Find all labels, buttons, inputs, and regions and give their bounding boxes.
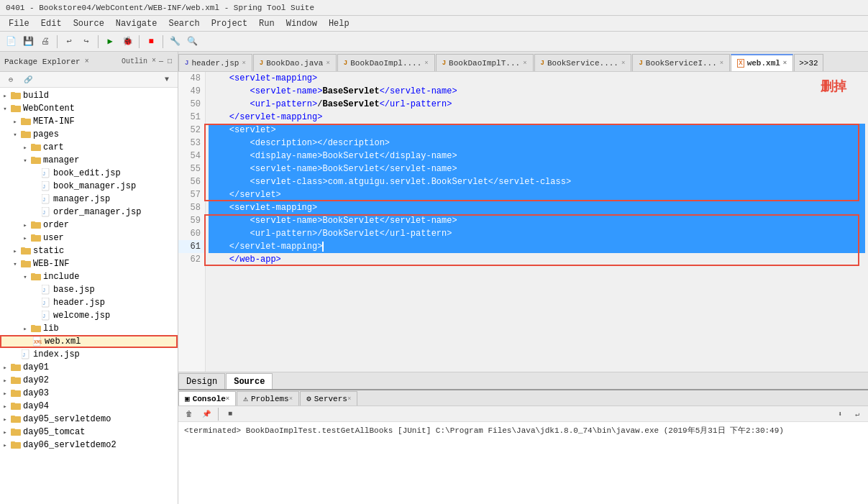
tree-item-day02[interactable]: ▸day02 bbox=[0, 374, 178, 387]
menu-item-run[interactable]: Run bbox=[253, 17, 280, 30]
tree-item-book_edit[interactable]: Jbook_edit.jsp bbox=[0, 167, 178, 180]
bottom-tab-console[interactable]: ▣Console × bbox=[178, 391, 236, 406]
tab-close-btn[interactable]: × bbox=[783, 60, 787, 67]
editor-bottom-tab-source[interactable]: Source bbox=[226, 373, 273, 389]
line-num-62: 62 bbox=[178, 253, 205, 266]
tab-close-btn[interactable]: × bbox=[523, 60, 526, 67]
tree-label-web_xml: web.xml bbox=[45, 336, 81, 347]
tree-item-webinf[interactable]: ▾WEB-INF bbox=[0, 257, 178, 270]
svg-text:J: J bbox=[42, 288, 45, 293]
toolbar-btn-1[interactable]: 📄 bbox=[3, 34, 19, 50]
svg-rect-29 bbox=[31, 273, 35, 275]
tree-arrow-day03: ▸ bbox=[0, 390, 10, 398]
link-with-editor-btn[interactable]: 🔗 bbox=[20, 72, 36, 88]
toolbar-btn-2[interactable]: 💾 bbox=[20, 34, 36, 50]
tree-item-build[interactable]: ▸build bbox=[0, 89, 178, 102]
tree-item-icon-index_jsp: J bbox=[20, 349, 32, 359]
maximize-icon[interactable]: □ bbox=[166, 57, 173, 66]
tree-item-order[interactable]: ▸order bbox=[0, 219, 178, 232]
bottom-tab-close[interactable]: × bbox=[289, 395, 293, 403]
menu-item-help[interactable]: Help bbox=[323, 17, 355, 30]
text-cursor bbox=[322, 242, 324, 252]
editor-area[interactable]: 484950515253545556575859606162 <servlet-… bbox=[178, 72, 868, 372]
tree-item-welcome_jsp[interactable]: Jwelcome.jsp bbox=[0, 309, 178, 322]
tab-close-btn[interactable]: × bbox=[242, 60, 245, 67]
editor-bottom-tab-design[interactable]: Design bbox=[178, 373, 225, 389]
menu-item-file[interactable]: File bbox=[3, 17, 35, 30]
tab-BookServiceI---[interactable]: JBookServiceI...× bbox=[632, 54, 730, 71]
minimize-icon[interactable]: — bbox=[157, 57, 165, 66]
menu-item-source[interactable]: Source bbox=[68, 17, 110, 30]
tree-item-day04[interactable]: ▸day04 bbox=[0, 400, 178, 413]
collapse-all-btn[interactable]: ⊖ bbox=[3, 72, 19, 88]
tab-BookDao-java[interactable]: JBookDao.java× bbox=[253, 54, 337, 71]
console-scroll-btn[interactable]: ⬇ bbox=[832, 406, 848, 422]
toolbar-btn-misc1[interactable]: 🔧 bbox=[167, 34, 183, 50]
code-token bbox=[209, 253, 229, 266]
menu-item-edit[interactable]: Edit bbox=[35, 17, 68, 30]
tree-item-base_jsp[interactable]: Jbase.jsp bbox=[0, 283, 178, 296]
bottom-tab-close[interactable]: × bbox=[347, 395, 351, 403]
menu-item-window[interactable]: Window bbox=[280, 17, 323, 30]
outline-panel-icon[interactable]: Outlin bbox=[120, 57, 149, 66]
toolbar-btn-stop[interactable]: ■ bbox=[143, 34, 159, 50]
bottom-tab-servers[interactable]: ⚙Servers × bbox=[300, 391, 357, 406]
toolbar-btn-5[interactable]: ↪ bbox=[78, 34, 94, 50]
bottom-tab-problems[interactable]: ⚠Problems × bbox=[237, 391, 299, 406]
tab-label: BookService.... bbox=[547, 59, 618, 68]
console-word-wrap-btn[interactable]: ↵ bbox=[849, 406, 865, 422]
menu-item-project[interactable]: Project bbox=[206, 17, 253, 30]
toolbar-btn-misc2[interactable]: 🔍 bbox=[184, 34, 200, 50]
tree-item-static[interactable]: ▸static bbox=[0, 244, 178, 257]
tree-item-user[interactable]: ▸user bbox=[0, 232, 178, 244]
tree-label-meta-inf: META-INF bbox=[33, 116, 75, 127]
tree-item-header_jsp[interactable]: Jheader.jsp bbox=[0, 296, 178, 309]
tree-item-include[interactable]: ▾include bbox=[0, 270, 178, 283]
menu-item-search[interactable]: Search bbox=[163, 17, 205, 30]
tree-item-webcontent[interactable]: ▾WebContent bbox=[0, 102, 178, 115]
tree-item-meta-inf[interactable]: ▸META-INF bbox=[0, 115, 178, 128]
outline-close[interactable]: × bbox=[152, 57, 156, 66]
tree-label-order_manager: order_manager.jsp bbox=[53, 207, 141, 217]
view-menu-btn[interactable]: ▼ bbox=[159, 72, 175, 88]
package-explorer-close[interactable]: × bbox=[85, 58, 89, 65]
toolbar-btn-run[interactable]: ▶ bbox=[102, 34, 118, 50]
tab-close-btn[interactable]: × bbox=[720, 60, 723, 67]
tab-overflow[interactable]: >>32 bbox=[794, 54, 823, 71]
delete-annotation: 删掉 bbox=[821, 78, 846, 95]
code-content[interactable]: <servlet-mapping> <servlet-name>BaseServ… bbox=[206, 72, 868, 372]
tree-item-day06_servlet[interactable]: ▸day06_servletdemo2 bbox=[0, 439, 178, 452]
file-tree: ▸build▾WebContent▸META-INF▾pages▸cart▾ma… bbox=[0, 88, 178, 504]
tab-close-btn[interactable]: × bbox=[621, 60, 625, 67]
tree-item-day05_tomcat[interactable]: ▸day05_tomcat bbox=[0, 426, 178, 439]
tab-web-xml[interactable]: Xweb.xml× bbox=[731, 54, 793, 71]
toolbar-btn-4[interactable]: ↩ bbox=[61, 34, 77, 50]
tree-item-cart[interactable]: ▸cart bbox=[0, 141, 178, 154]
tab-BookService----[interactable]: JBookService....× bbox=[534, 54, 632, 71]
console-stop-btn[interactable]: ■ bbox=[222, 406, 238, 422]
tree-item-day03[interactable]: ▸day03 bbox=[0, 387, 178, 400]
menu-item-navigate[interactable]: Navigate bbox=[110, 17, 163, 30]
tree-item-order_manager[interactable]: Jorder_manager.jsp bbox=[0, 206, 178, 219]
tab-close-btn[interactable]: × bbox=[326, 60, 329, 67]
tree-item-web_xml[interactable]: XMLweb.xml bbox=[0, 335, 178, 348]
tree-item-day05_servlet[interactable]: ▸day05_servletdemo bbox=[0, 413, 178, 426]
tree-item-day01[interactable]: ▸day01 bbox=[0, 361, 178, 374]
tree-item-pages[interactable]: ▾pages bbox=[0, 128, 178, 141]
tree-item-book_manager[interactable]: Jbook_manager.jsp bbox=[0, 180, 178, 193]
tree-item-icon-header_jsp: J bbox=[40, 298, 52, 308]
tab-BookDaoImpl----[interactable]: JBookDaoImpl....× bbox=[337, 54, 435, 71]
tab-header-jsp[interactable]: Jheader.jsp× bbox=[178, 54, 252, 71]
toolbar-btn-3[interactable]: 🖨 bbox=[37, 34, 53, 50]
tree-label-manager_jsp: manager.jsp bbox=[53, 194, 110, 204]
toolbar-btn-debug[interactable]: 🐞 bbox=[119, 34, 135, 50]
tree-item-manager[interactable]: ▾manager bbox=[0, 154, 178, 167]
tab-close-btn[interactable]: × bbox=[424, 60, 428, 67]
tree-item-manager_jsp[interactable]: Jmanager.jsp bbox=[0, 193, 178, 206]
console-clear-btn[interactable]: 🗑 bbox=[181, 406, 197, 422]
tree-item-lib[interactable]: ▸lib bbox=[0, 322, 178, 335]
bottom-tab-close[interactable]: × bbox=[226, 395, 229, 403]
tree-item-index_jsp[interactable]: Jindex.jsp bbox=[0, 348, 178, 361]
tab-BookDaoImplT---[interactable]: JBookDaoImplT...× bbox=[436, 54, 534, 71]
console-pin-btn[interactable]: 📌 bbox=[198, 406, 214, 422]
